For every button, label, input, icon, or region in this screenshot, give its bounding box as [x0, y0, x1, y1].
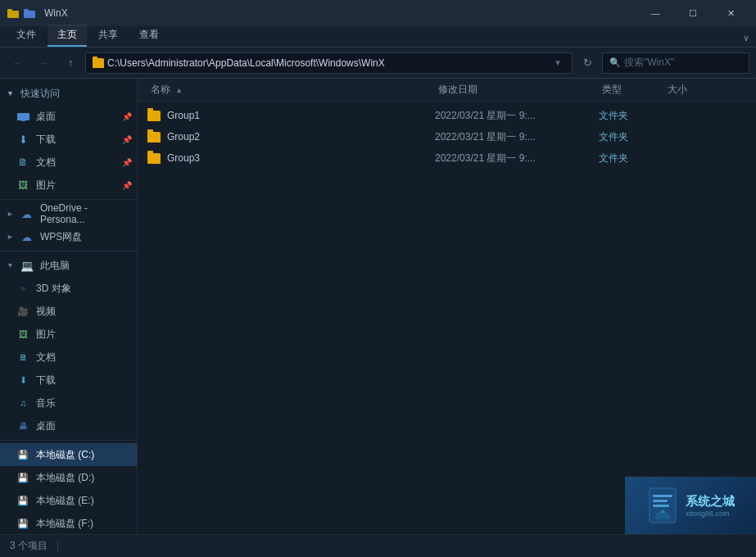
search-box[interactable]: 🔍 搜索"WinX" [602, 52, 749, 74]
desktop2-icon: 🖶 [16, 419, 29, 432]
expand-icon-pc: ▼ [7, 261, 14, 269]
sidebar-item-doc2[interactable]: 🗎 文档 [0, 346, 137, 369]
back-button[interactable]: ← [7, 52, 29, 74]
col-header-size[interactable]: 大小 [664, 83, 746, 97]
onedrive-icon: ☁ [20, 207, 34, 220]
tab-file[interactable]: 文件 [7, 25, 46, 47]
forward-button[interactable]: → [33, 52, 56, 74]
sidebar-drive-d[interactable]: 💾 本地磁盘 (D:) [0, 466, 137, 489]
sidebar-item-pictures[interactable]: 🖼 图片 📌 [0, 174, 137, 197]
ribbon-expand-icon[interactable]: ∨ [736, 29, 756, 47]
sidebar-drive-f[interactable]: 💾 本地磁盘 (F:) [0, 512, 137, 534]
file-type-group2: 文件夹 [599, 130, 664, 144]
watermark-cn: 系统之城 [686, 494, 735, 509]
sidebar-wps[interactable]: ► ☁ WPS网盘 [0, 225, 137, 248]
tab-view[interactable]: 查看 [129, 25, 169, 47]
expand-icon: ▼ [7, 89, 14, 97]
sidebar-drive-e[interactable]: 💾 本地磁盘 (E:) [0, 489, 137, 512]
sidebar-item-music[interactable]: ♫ 音乐 [0, 392, 137, 414]
wps-label: WPS网盘 [40, 230, 82, 244]
sidebar-onedrive[interactable]: ► ☁ OneDrive - Persona... [0, 202, 137, 225]
file-row-group1[interactable]: Group1 2022/03/21 星期一 9:... 文件夹 [138, 105, 756, 126]
sidebar-item-pic2[interactable]: 🖼 图片 [0, 323, 137, 346]
sidebar-item-downloads[interactable]: ⬇ 下载 📌 [0, 128, 137, 151]
drive-d-icon: 💾 [16, 471, 29, 484]
pin-icon-pic: 📌 [122, 181, 132, 190]
col-header-date[interactable]: 修改日期 [435, 83, 599, 97]
refresh-button[interactable]: ↻ [576, 52, 599, 74]
sidebar-item-desktop[interactable]: 桌面 📌 [0, 105, 137, 128]
sidebar-item-dl2[interactable]: ⬇ 下载 [0, 369, 137, 392]
dl2-label: 下载 [36, 374, 56, 387]
sidebar-item-video[interactable]: 🎥 视频 [0, 300, 137, 323]
tab-share[interactable]: 共享 [88, 25, 128, 47]
sidebar: ▼ 快速访问 桌面 📌 ⬇ 下载 📌 🗎 文档 📌 🖼 图片 📌 [0, 79, 138, 534]
maximize-button[interactable]: ☐ [674, 0, 712, 26]
folder-icon-group1 [147, 111, 161, 121]
file-type-group1: 文件夹 [599, 109, 664, 123]
sidebar-item-desktop2[interactable]: 🖶 桌面 [0, 414, 137, 437]
col-header-type[interactable]: 类型 [599, 83, 664, 97]
search-icon: 🔍 [609, 57, 621, 68]
quick-access-label: 快速访问 [20, 87, 60, 101]
title-bar-icons [7, 7, 36, 20]
desktop-label: 桌面 [36, 110, 56, 124]
folder-icon-group2 [147, 132, 161, 143]
divider2 [0, 251, 137, 251]
documents-label: 文档 [36, 156, 56, 170]
file-row-group3[interactable]: Group3 2022/03/21 星期一 9:... 文件夹 [138, 147, 756, 169]
pic2-label: 图片 [36, 328, 56, 342]
pic2-icon: 🖼 [16, 328, 29, 341]
onedrive-label: OneDrive - Persona... [40, 202, 130, 225]
svg-rect-9 [653, 505, 669, 507]
close-button[interactable]: ✕ [712, 0, 749, 26]
sidebar-item-documents[interactable]: 🗎 文档 📌 [0, 151, 137, 174]
divider1 [0, 199, 137, 200]
drive-e-label: 本地磁盘 (E:) [36, 494, 94, 508]
this-pc-icon: 💻 [20, 259, 34, 272]
main-area: ▼ 快速访问 桌面 📌 ⬇ 下载 📌 🗎 文档 📌 🖼 图片 📌 [0, 79, 756, 534]
sidebar-item-3d[interactable]: ▫ 3D 对象 [0, 277, 137, 300]
expand-icon-od: ► [7, 210, 14, 218]
col-header-name[interactable]: 名称 ▲ [147, 83, 435, 97]
svg-rect-1 [7, 9, 12, 12]
up-button[interactable]: ↑ [59, 52, 82, 74]
minimize-button[interactable]: — [636, 0, 674, 26]
sidebar-quick-access[interactable]: ▼ 快速访问 [0, 82, 137, 105]
drive-f-label: 本地磁盘 (F:) [36, 517, 93, 531]
address-dropdown-icon[interactable]: ▼ [550, 58, 565, 67]
svg-rect-4 [17, 113, 29, 120]
item-count: 3 个项目 [10, 539, 48, 553]
drive-f-icon: 💾 [16, 517, 29, 530]
pin-icon-dl: 📌 [122, 135, 132, 144]
address-path-bar[interactable]: C:\Users\Administrator\AppData\Local\Mic… [85, 52, 573, 74]
window-controls: — ☐ ✕ [636, 0, 749, 26]
file-type-group3: 文件夹 [599, 152, 664, 165]
column-headers: 名称 ▲ 修改日期 类型 大小 [138, 79, 756, 102]
file-name-group3: Group3 [147, 152, 435, 164]
file-row-group2[interactable]: Group2 2022/03/21 星期一 9:... 文件夹 [138, 126, 756, 147]
pictures-label: 图片 [36, 179, 56, 192]
drive-d-label: 本地磁盘 (D:) [36, 471, 94, 485]
dl2-icon: ⬇ [16, 374, 29, 387]
music-icon: ♫ [16, 396, 29, 410]
video-label: 视频 [36, 305, 56, 319]
pin-icon-doc: 📌 [122, 158, 132, 167]
sidebar-this-pc[interactable]: ▼ 💻 此电脑 [0, 254, 137, 277]
doc2-icon: 🗎 [16, 351, 29, 364]
file-date-group1: 2022/03/21 星期一 9:... [435, 109, 599, 123]
3d-label: 3D 对象 [36, 282, 71, 296]
address-bar: ← → ↑ C:\Users\Administrator\AppData\Loc… [0, 48, 756, 79]
tab-home[interactable]: 主页 [48, 25, 87, 47]
sidebar-drive-c[interactable]: 💾 本地磁盘 (C:) [0, 443, 137, 466]
status-divider [57, 541, 58, 552]
window-title: WinX [44, 7, 632, 19]
ribbon-tabs: 文件 主页 共享 查看 ∨ [0, 26, 756, 48]
title-folder-icon1 [7, 7, 20, 20]
svg-rect-8 [653, 500, 668, 502]
search-placeholder: 搜索"WinX" [624, 56, 674, 70]
drive-c-label: 本地磁盘 (C:) [36, 448, 94, 462]
expand-icon-wps: ► [7, 233, 14, 241]
sort-asc-icon: ▲ [175, 86, 183, 94]
this-pc-label: 此电脑 [40, 259, 70, 273]
